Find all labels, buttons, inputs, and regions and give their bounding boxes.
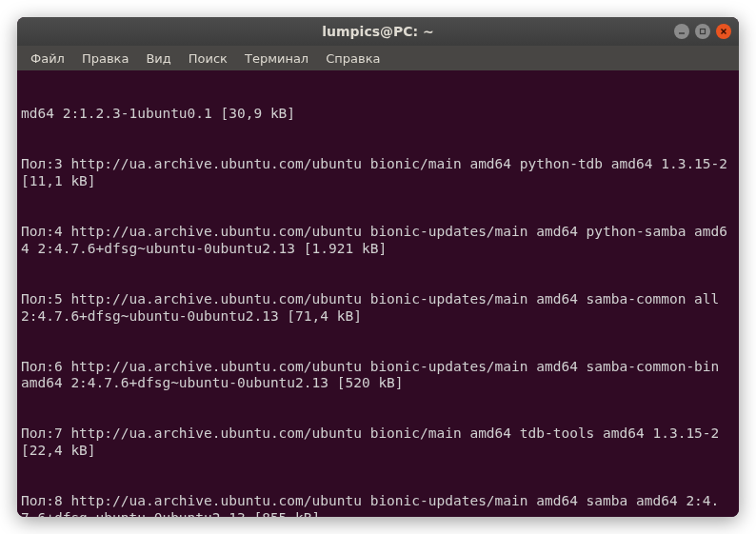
maximize-icon (699, 28, 706, 35)
titlebar: lumpics@PC: ~ (17, 17, 739, 46)
terminal-line: Пол:5 http://ua.archive.ubuntu.com/ubunt… (21, 291, 735, 325)
terminal-window: lumpics@PC: ~ Файл Правка Вид Поиск Терм… (17, 17, 739, 517)
terminal-line: Пол:3 http://ua.archive.ubuntu.com/ubunt… (21, 156, 735, 189)
menu-terminal[interactable]: Терминал (237, 49, 316, 68)
maximize-button[interactable] (695, 24, 710, 39)
menu-search[interactable]: Поиск (181, 49, 235, 68)
menubar: Файл Правка Вид Поиск Терминал Справка (17, 46, 739, 70)
menu-file[interactable]: Файл (23, 49, 72, 68)
menu-view[interactable]: Вид (138, 49, 178, 68)
svg-rect-1 (701, 30, 706, 34)
terminal-output[interactable]: md64 2:1.2.3-1ubuntu0.1 [30,9 kB] Пол:3 … (17, 70, 739, 517)
close-button[interactable] (716, 24, 731, 39)
terminal-line: Пол:6 http://ua.archive.ubuntu.com/ubunt… (21, 359, 735, 392)
menu-edit[interactable]: Правка (74, 49, 136, 68)
terminal-line: Пол:8 http://ua.archive.ubuntu.com/ubunt… (21, 493, 735, 517)
window-title: lumpics@PC: ~ (322, 24, 434, 39)
minimize-button[interactable] (674, 24, 689, 39)
terminal-line: Пол:7 http://ua.archive.ubuntu.com/ubunt… (21, 425, 735, 459)
minimize-icon (678, 28, 686, 35)
close-icon (720, 28, 727, 35)
window-controls (674, 24, 731, 39)
terminal-line: md64 2:1.2.3-1ubuntu0.1 [30,9 kB] (21, 106, 735, 123)
terminal-line: Пол:4 http://ua.archive.ubuntu.com/ubunt… (21, 224, 735, 257)
menu-help[interactable]: Справка (318, 49, 388, 68)
